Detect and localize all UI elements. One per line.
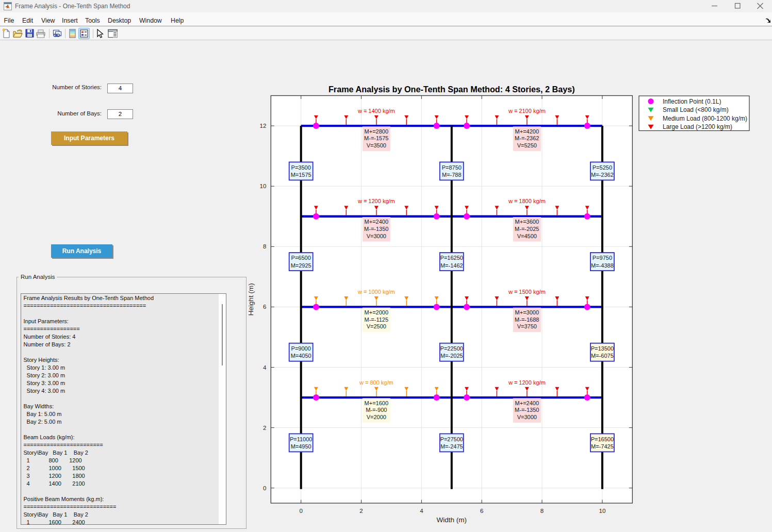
svg-text:M-=-900: M-=-900 bbox=[366, 407, 387, 413]
svg-text:M=2925: M=2925 bbox=[291, 262, 311, 269]
svg-text:M=-4388: M=-4388 bbox=[591, 262, 614, 269]
svg-text:w = 1200 kg/m: w = 1200 kg/m bbox=[357, 198, 395, 204]
svg-text:6: 6 bbox=[480, 508, 483, 514]
svg-text:4: 4 bbox=[263, 364, 267, 371]
svg-text:M+=2000: M+=2000 bbox=[365, 309, 388, 315]
svg-text:M=1575: M=1575 bbox=[291, 172, 311, 178]
svg-text:w = 1000 kg/m: w = 1000 kg/m bbox=[357, 289, 395, 295]
svg-text:M+=1600: M+=1600 bbox=[365, 400, 388, 406]
svg-text:V=3500: V=3500 bbox=[367, 142, 386, 148]
svg-text:Small Load (<800 kg/m): Small Load (<800 kg/m) bbox=[663, 106, 729, 113]
svg-text:12: 12 bbox=[260, 123, 267, 129]
svg-text:V=2500: V=2500 bbox=[367, 323, 386, 329]
svg-text:2: 2 bbox=[359, 508, 363, 514]
svg-text:P=9000: P=9000 bbox=[291, 345, 311, 352]
svg-text:P=11000: P=11000 bbox=[290, 436, 313, 442]
svg-text:P=16250: P=16250 bbox=[440, 255, 463, 261]
svg-text:P=22500: P=22500 bbox=[440, 345, 463, 352]
svg-text:10: 10 bbox=[599, 508, 606, 514]
svg-text:M+=2800: M+=2800 bbox=[365, 128, 388, 135]
svg-text:V=3000: V=3000 bbox=[367, 233, 386, 239]
svg-text:M+=3600: M+=3600 bbox=[515, 219, 539, 225]
svg-text:4: 4 bbox=[420, 508, 423, 514]
svg-text:M-=-1350: M-=-1350 bbox=[515, 407, 539, 413]
svg-text:M=-2362: M=-2362 bbox=[591, 172, 614, 178]
svg-text:8: 8 bbox=[540, 508, 544, 514]
svg-text:V=4500: V=4500 bbox=[517, 233, 537, 239]
svg-text:10: 10 bbox=[260, 183, 267, 189]
svg-text:2: 2 bbox=[263, 425, 266, 431]
svg-text:P=9750: P=9750 bbox=[593, 255, 612, 261]
svg-text:M=4050: M=4050 bbox=[291, 353, 311, 359]
svg-text:P=13500: P=13500 bbox=[591, 345, 614, 352]
svg-text:M=-6075: M=-6075 bbox=[591, 353, 614, 359]
svg-text:M=-788: M=-788 bbox=[442, 172, 462, 178]
svg-text:M+=2400: M+=2400 bbox=[515, 400, 539, 406]
svg-text:V=3750: V=3750 bbox=[517, 323, 537, 329]
svg-text:M=-1462: M=-1462 bbox=[440, 262, 463, 269]
svg-text:P=3500: P=3500 bbox=[291, 164, 311, 171]
svg-text:V=3000: V=3000 bbox=[517, 414, 537, 420]
svg-text:w = 1500 kg/m: w = 1500 kg/m bbox=[508, 289, 546, 295]
svg-text:8: 8 bbox=[263, 243, 266, 250]
svg-text:w = 1800 kg/m: w = 1800 kg/m bbox=[508, 198, 546, 204]
svg-text:Frame Analysis by One-Tenth Sp: Frame Analysis by One-Tenth Span Method:… bbox=[328, 85, 575, 94]
svg-text:Width (m): Width (m) bbox=[437, 516, 467, 524]
svg-text:w = 800 kg/m: w = 800 kg/m bbox=[359, 379, 393, 386]
svg-text:Medium Load (800-1200 kg/m): Medium Load (800-1200 kg/m) bbox=[663, 115, 747, 122]
svg-text:P=5250: P=5250 bbox=[593, 164, 612, 171]
svg-text:P=27500: P=27500 bbox=[440, 436, 463, 442]
svg-text:M-=-2025: M-=-2025 bbox=[515, 226, 539, 232]
svg-text:M-=-1125: M-=-1125 bbox=[365, 317, 389, 323]
svg-text:M-=-2362: M-=-2362 bbox=[515, 135, 539, 141]
svg-text:M=-7425: M=-7425 bbox=[591, 443, 614, 450]
svg-text:6: 6 bbox=[263, 304, 266, 310]
svg-text:V=2000: V=2000 bbox=[367, 414, 386, 420]
svg-text:V=5250: V=5250 bbox=[517, 142, 537, 148]
svg-text:M=-2475: M=-2475 bbox=[440, 443, 463, 450]
svg-text:P=16500: P=16500 bbox=[591, 436, 614, 442]
svg-text:w = 2100 kg/m: w = 2100 kg/m bbox=[508, 108, 546, 114]
svg-text:M-=-1575: M-=-1575 bbox=[364, 135, 388, 141]
svg-text:M+=3000: M+=3000 bbox=[515, 309, 539, 315]
svg-text:w = 1400 kg/m: w = 1400 kg/m bbox=[357, 108, 395, 114]
svg-text:M=4950: M=4950 bbox=[291, 443, 311, 450]
svg-text:M=-2025: M=-2025 bbox=[440, 353, 463, 359]
svg-text:M+=2400: M+=2400 bbox=[365, 219, 388, 225]
svg-text:0: 0 bbox=[263, 485, 266, 491]
svg-text:w = 1200 kg/m: w = 1200 kg/m bbox=[508, 379, 546, 386]
svg-text:M-=-1350: M-=-1350 bbox=[364, 226, 388, 232]
svg-text:Height (m): Height (m) bbox=[248, 283, 255, 315]
svg-text:Inflection Point (0.1L): Inflection Point (0.1L) bbox=[663, 98, 721, 105]
svg-text:Large Load (>1200 kg/m): Large Load (>1200 kg/m) bbox=[663, 123, 732, 130]
svg-text:P=6500: P=6500 bbox=[291, 255, 311, 261]
svg-text:0: 0 bbox=[299, 508, 302, 514]
svg-text:P=8750: P=8750 bbox=[442, 164, 462, 171]
svg-text:M-=-1688: M-=-1688 bbox=[515, 317, 539, 323]
svg-text:M+=4200: M+=4200 bbox=[515, 128, 539, 135]
